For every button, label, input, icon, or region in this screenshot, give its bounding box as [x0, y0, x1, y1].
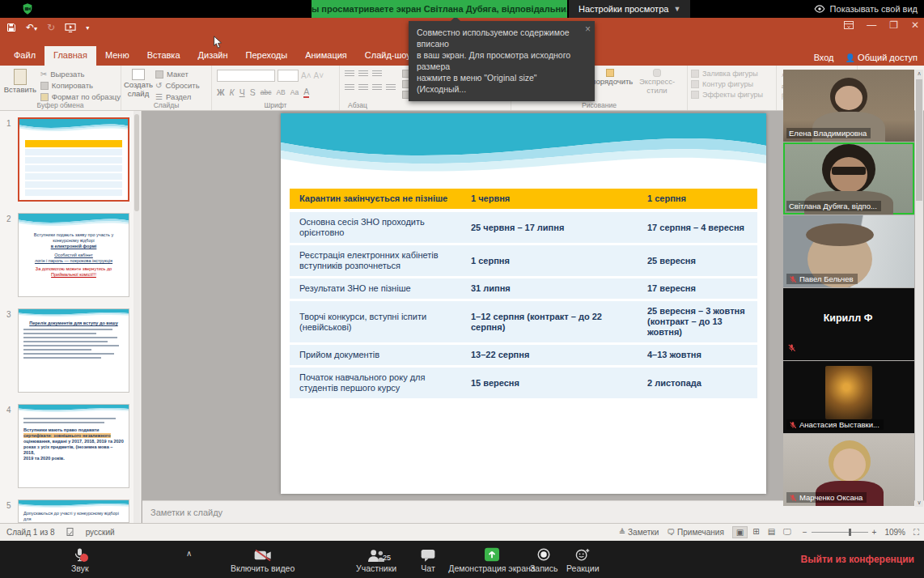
thumbnail-slide-3[interactable]: 3 Перелік документів для вступу до вишу [18, 308, 129, 393]
scroll-up-icon[interactable]: ∧ [915, 70, 923, 77]
align-right-icon[interactable] [372, 84, 382, 91]
spellcheck-icon[interactable] [66, 528, 74, 537]
audio-options-chevron[interactable]: ∧ [186, 549, 192, 558]
section-button[interactable]: ☰Раздел [155, 92, 200, 101]
strikethrough-button[interactable]: abc [261, 88, 272, 96]
audio-button[interactable]: Звук [71, 546, 89, 573]
restore-button[interactable]: ❐ [889, 19, 898, 31]
tab-home[interactable]: Главная [45, 46, 96, 66]
layout-label: Макет [167, 70, 189, 79]
zoom-out-icon[interactable]: − [803, 528, 807, 537]
font-size-select[interactable] [278, 70, 299, 82]
quick-access-toolbar: ↶▾ ↻ ▾ [6, 22, 89, 33]
layout-button[interactable]: Макет [155, 70, 200, 79]
bold-button[interactable]: Ж [217, 87, 225, 97]
thumbnail-scrollbar[interactable] [134, 111, 140, 523]
justify-icon[interactable] [386, 84, 396, 91]
shape-effects-button[interactable]: Эффекты фигуры [691, 91, 776, 99]
thumbnail-slide-5[interactable]: 5 Допускаються до участі у конкурсному в… [18, 499, 129, 523]
show-self-view-button[interactable]: Показывать свой вид [814, 0, 918, 18]
participant-tile-active-speaker[interactable]: Світлана Дубяга, відпо... [783, 142, 914, 215]
scroll-down-icon[interactable]: ∨ [915, 499, 923, 506]
thumbnail-number: 3 [6, 310, 11, 319]
zoom-slider[interactable]: − + [803, 528, 877, 537]
zoom-percentage[interactable]: 109% [884, 528, 905, 537]
tab-file[interactable]: Файл [5, 46, 45, 66]
change-case-button[interactable]: Аа [290, 88, 299, 96]
notes-toggle[interactable]: ≜ Заметки [619, 528, 659, 537]
paste-button[interactable]: Вставить [0, 66, 40, 101]
format-painter-button[interactable]: Формат по образцу [40, 92, 121, 101]
slide-canvas[interactable]: Карантин закінчується не пізніше 1 червн… [281, 113, 766, 494]
zoom-meeting-shield-icon[interactable] [21, 2, 34, 15]
participant-tile[interactable]: Павел Бельчев [783, 215, 914, 287]
minimize-button[interactable]: — [867, 19, 876, 31]
slideshow-view-button[interactable]: 🖵 [780, 526, 795, 538]
scrollbar-thumb[interactable] [916, 79, 922, 201]
sign-in-button[interactable]: Вход [814, 53, 834, 62]
underline-button[interactable]: Ч [239, 87, 245, 97]
reset-icon: ↺ [155, 81, 162, 90]
notes-toggle-label: Заметки [628, 528, 659, 537]
participants-button[interactable]: 25 Участники [356, 546, 396, 573]
copy-button[interactable]: Копировать [40, 81, 121, 90]
reset-button[interactable]: ↺Сбросить [155, 81, 200, 90]
tab-animations[interactable]: Анимация [296, 46, 356, 66]
tab-insert[interactable]: Вставка [138, 46, 189, 66]
indent-icons[interactable] [372, 70, 382, 78]
participant-tile-avatar[interactable]: Анастасия Выставки... [783, 361, 914, 433]
participant-tile[interactable]: Елена Владимировна [783, 70, 914, 142]
grow-font-icon[interactable]: A˄ [301, 71, 312, 80]
reactions-button[interactable]: Реакции [566, 546, 600, 573]
participants-scrollbar[interactable]: ∧ ∨ [915, 70, 923, 507]
start-video-button[interactable]: Включить видео [231, 546, 295, 573]
font-name-select[interactable] [217, 70, 275, 82]
ribbon-display-options-icon[interactable] [844, 21, 854, 29]
leave-meeting-button[interactable]: Выйти из конференции [801, 541, 914, 578]
zoom-slider-thumb[interactable] [849, 529, 851, 536]
comments-toggle[interactable]: 🗨 Примечания [667, 528, 724, 537]
shape-outline-button[interactable]: Контур фигуры [691, 80, 776, 88]
numbering-icon[interactable] [358, 70, 368, 78]
align-center-icon[interactable] [358, 84, 368, 91]
text-shadow-button[interactable]: S [250, 87, 256, 97]
shrink-font-icon[interactable]: A˅ [314, 71, 324, 80]
audio-alert-badge [80, 554, 88, 562]
record-button[interactable]: Запись [530, 546, 557, 573]
italic-button[interactable]: К [230, 87, 235, 97]
char-spacing-button[interactable]: АВ [276, 88, 285, 96]
tab-transitions[interactable]: Переходы [237, 46, 297, 66]
shape-fill-button[interactable]: Заливка фигуры [691, 70, 776, 78]
fit-to-window-icon[interactable]: ⛶ [913, 528, 919, 538]
tab-design[interactable]: Дизайн [189, 46, 237, 66]
bullets-icon[interactable] [345, 70, 354, 78]
thumbnail-slide-4[interactable]: 4 Вступники мають право подавати сертифі… [18, 404, 129, 488]
participant-tile-no-video[interactable]: Кирилл Ф [783, 288, 914, 360]
thumbnail-slide-2[interactable]: 2 Вступники подають заяву про участь у к… [18, 213, 129, 297]
section-label: Раздел [166, 92, 191, 101]
customize-qat-icon[interactable]: ▾ [86, 24, 89, 32]
chat-button[interactable]: Чат [421, 546, 435, 573]
quick-styles-button[interactable]: Экспресс- стили [638, 66, 676, 100]
align-left-icon[interactable] [345, 84, 354, 91]
normal-view-button[interactable]: ▣ [732, 526, 748, 538]
tooltip-close-icon[interactable]: × [585, 23, 591, 35]
save-icon[interactable] [6, 23, 16, 32]
reading-view-button[interactable]: ▤ [765, 526, 778, 538]
share-button[interactable]: 👤 Общий доступ [846, 53, 918, 62]
font-color-button[interactable]: А [303, 87, 309, 98]
language-indicator[interactable]: русский [86, 528, 115, 537]
view-settings-button[interactable]: Настройки просмотра ▼ [569, 0, 690, 18]
redo-icon[interactable]: ↻ [47, 22, 55, 33]
new-slide-button[interactable]: Создать слайд [121, 66, 155, 101]
slide-sorter-view-button[interactable]: ⊞ [749, 526, 762, 538]
share-screen-button[interactable]: Демонстрация экрана [447, 546, 536, 573]
start-slideshow-icon[interactable] [65, 23, 76, 32]
close-button[interactable]: ✕ [911, 19, 919, 31]
zoom-in-icon[interactable]: + [872, 528, 877, 537]
tab-menu[interactable]: Меню [96, 46, 138, 66]
participant-tile[interactable]: Марченко Оксана [783, 434, 914, 506]
thumbnail-slide-1[interactable]: 1 [18, 117, 129, 202]
cut-button[interactable]: ✂Вырезать [40, 70, 121, 79]
undo-icon[interactable]: ↶▾ [26, 22, 37, 33]
